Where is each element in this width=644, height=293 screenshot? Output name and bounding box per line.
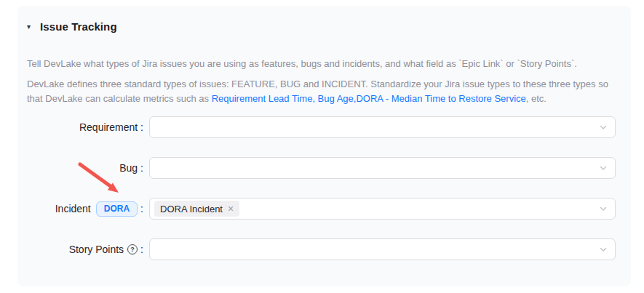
incident-label-text: Incident bbox=[55, 203, 91, 214]
label-colon: : bbox=[140, 121, 143, 133]
link-requirement-lead-time[interactable]: Requirement Lead Time bbox=[212, 93, 313, 104]
label-colon: : bbox=[140, 203, 143, 214]
chevron-down-icon bbox=[599, 164, 608, 172]
bug-row: Bug : bbox=[27, 157, 616, 179]
requirement-label: Requirement : bbox=[27, 121, 149, 133]
requirement-label-text: Requirement bbox=[79, 121, 138, 133]
description-line-2-suffix: , etc. bbox=[526, 93, 546, 104]
section-title: Issue Tracking bbox=[40, 20, 117, 33]
dora-badge: DORA bbox=[96, 201, 138, 217]
tag-label: DORA Incident bbox=[160, 204, 223, 214]
chevron-down-icon bbox=[599, 245, 608, 254]
link-bug-age[interactable]: Bug Age bbox=[318, 93, 354, 104]
story-points-label: Story Points ? : bbox=[27, 244, 149, 255]
chevron-down-icon bbox=[599, 123, 608, 132]
story-points-select[interactable] bbox=[149, 238, 616, 260]
story-points-label-text: Story Points bbox=[69, 244, 124, 255]
tag-close-icon[interactable]: × bbox=[228, 204, 234, 214]
link-separator: , bbox=[312, 93, 317, 104]
collapse-caret-icon: ▾ bbox=[27, 23, 31, 31]
requirement-row: Requirement : bbox=[27, 116, 616, 138]
section-header-issue-tracking[interactable]: ▾ Issue Tracking bbox=[27, 17, 616, 35]
issue-type-form: Requirement : Bug : bbox=[27, 116, 616, 260]
chevron-down-icon bbox=[599, 204, 608, 213]
bug-select[interactable] bbox=[149, 157, 616, 179]
incident-row: Incident DORA : DORA Incident × bbox=[27, 198, 616, 220]
incident-select[interactable]: DORA Incident × bbox=[149, 198, 616, 220]
requirement-select[interactable] bbox=[149, 116, 616, 138]
link-dora-median-time-to-restore[interactable]: DORA - Median Time to Restore Service bbox=[356, 93, 525, 104]
description-line-2: DevLake defines three standard types of … bbox=[27, 77, 616, 106]
bug-label: Bug : bbox=[27, 162, 149, 174]
label-colon: : bbox=[140, 162, 143, 174]
label-colon: : bbox=[140, 244, 143, 255]
issue-tracking-panel: ▾ Issue Tracking Tell DevLake what types… bbox=[17, 6, 631, 286]
help-icon[interactable]: ? bbox=[127, 244, 138, 254]
bug-label-text: Bug bbox=[119, 162, 138, 174]
incident-label: Incident DORA : bbox=[27, 201, 149, 217]
story-points-row: Story Points ? : bbox=[27, 238, 616, 260]
selected-tag-dora-incident: DORA Incident × bbox=[154, 201, 239, 217]
description-line-1: Tell DevLake what types of Jira issues y… bbox=[27, 57, 616, 71]
section-description: Tell DevLake what types of Jira issues y… bbox=[27, 57, 616, 106]
